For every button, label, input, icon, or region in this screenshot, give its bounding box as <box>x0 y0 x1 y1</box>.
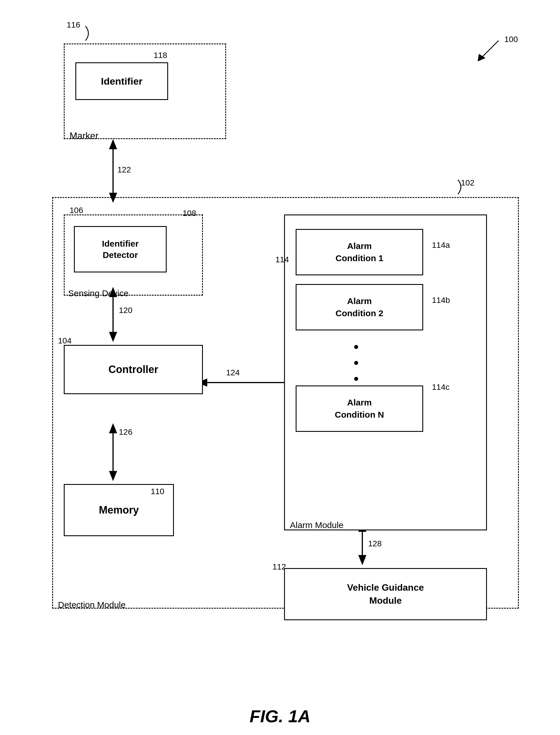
ref-100: 100 <box>504 35 518 44</box>
ref-126: 126 <box>119 427 132 437</box>
ref-114a: 114a <box>432 241 450 250</box>
ref-128: 128 <box>368 539 382 548</box>
ref-118: 118 <box>154 51 167 60</box>
alarm-condition-2-label: Alarm Condition 2 <box>336 295 383 319</box>
alarm-condition-1-box: Alarm Condition 1 <box>296 229 423 275</box>
vehicle-guidance-box: Vehicle Guidance Module <box>284 568 487 620</box>
ref-110: 110 <box>151 487 164 496</box>
ref-102: 102 <box>461 178 474 188</box>
controller-box: Controller <box>64 345 203 394</box>
alarm-condition-n-label: Alarm Condition N <box>335 396 384 421</box>
svg-marker-1 <box>109 139 117 149</box>
detection-module-label: Detection Module <box>58 600 126 610</box>
svg-marker-16 <box>478 54 486 61</box>
svg-line-15 <box>481 41 499 58</box>
diagram-container: 116 100 Marker 118 Identifier 122 102 De… <box>29 17 531 684</box>
figure-label: FIG. 1A <box>250 706 310 726</box>
vehicle-guidance-label: Vehicle Guidance Module <box>347 581 424 607</box>
identifier-detector-label: Identifier Detector <box>102 238 139 261</box>
ref-122: 122 <box>117 165 131 174</box>
ref-114c: 114c <box>432 383 450 392</box>
ref-116: 116 <box>67 20 80 30</box>
ref-124: 124 <box>226 368 240 377</box>
marker-label: Marker <box>70 130 99 141</box>
alarm-condition-n-box: Alarm Condition N <box>296 385 423 432</box>
ref-120: 120 <box>119 306 132 315</box>
identifier-box: Identifier <box>75 62 168 100</box>
alarm-condition-1-label: Alarm Condition 1 <box>336 240 383 264</box>
ref-114: 114 <box>275 255 289 264</box>
ref-106: 106 <box>70 206 83 215</box>
ref-104: 104 <box>58 336 72 345</box>
ellipsis-dots: ••• <box>354 339 360 387</box>
sensing-device-label: Sensing Device <box>68 288 128 298</box>
identifier-detector-box: Identifier Detector <box>74 226 167 272</box>
ref-114b: 114b <box>432 296 450 305</box>
alarm-condition-2-box: Alarm Condition 2 <box>296 284 423 330</box>
alarm-module-label: Alarm Module <box>290 520 343 530</box>
